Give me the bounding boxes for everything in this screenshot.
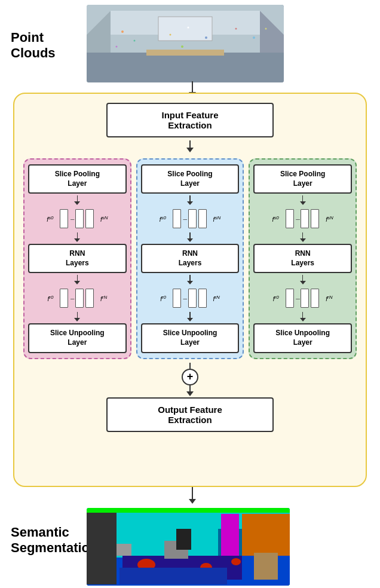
output-feature-label: Output FeatureExtraction — [158, 405, 222, 425]
label-fs0-pink: fs0 — [47, 215, 53, 223]
fv-block-3-pink — [85, 209, 94, 228]
svg-point-8 — [134, 40, 136, 42]
unpool-box-blue: Slice UnpoolingLayer — [141, 323, 240, 353]
arrow-main-to-semantic — [189, 487, 196, 504]
fv-dash-blue: - - - — [183, 216, 186, 222]
fv-block-2-pink — [75, 209, 84, 228]
label-fr0-pink: fr0 — [47, 295, 53, 302]
feature-row-r-blue: fr0 - - - frN — [141, 289, 240, 308]
rnn-box-pink: RNNLayers — [28, 244, 127, 273]
semantic-image — [87, 508, 290, 586]
fvr-block-2-pink — [75, 289, 84, 308]
point-clouds-line2: Clouds — [11, 45, 56, 61]
label-frN-pink: frN — [100, 295, 107, 302]
semantic-line1: Semantic — [11, 525, 97, 540]
rnn-label-green: RNNLayers — [291, 249, 314, 267]
columns-container: Slice PoolingLayer fs0 - - - fsN — [23, 158, 357, 359]
plus-circle: + — [182, 369, 198, 385]
input-feature-label: Input FeatureExtraction — [161, 110, 218, 130]
label-frN-green: frN — [326, 295, 332, 302]
feature-row-s-pink: fs0 - - - fsN — [28, 209, 127, 228]
feature-row-s-blue: fs0 - - - fsN — [141, 209, 240, 228]
label-fr0-blue: fr0 — [160, 295, 166, 302]
slice-pooling-label-pink: Slice PoolingLayer — [55, 170, 100, 188]
fv-block-2-green — [301, 209, 309, 228]
svg-point-28 — [231, 558, 241, 565]
point-cloud-image — [87, 5, 284, 82]
svg-point-9 — [205, 36, 207, 39]
fv-dash-green: - - - — [296, 216, 299, 222]
rnn-label-pink: RNNLayers — [66, 249, 89, 267]
svg-rect-22 — [242, 514, 290, 556]
fvr-block-3-pink — [85, 289, 94, 308]
fvr-dash-blue: - - - — [183, 295, 186, 302]
unpool-label-green: Slice UnpoolingLayer — [275, 329, 330, 347]
fvr-block-3-blue — [198, 289, 207, 308]
output-feature-box: Output FeatureExtraction — [106, 397, 274, 432]
slice-pooling-label-green: Slice PoolingLayer — [280, 170, 325, 188]
svg-point-7 — [121, 30, 124, 33]
arrow-fvs-pink — [74, 232, 80, 242]
column-pink: Slice PoolingLayer fs0 - - - fsN — [23, 158, 131, 359]
fv-block-1-pink — [60, 209, 68, 228]
fvr-block-1-blue — [173, 289, 181, 308]
arrow-fvr-blue — [187, 312, 193, 321]
plus-section: + — [182, 363, 198, 396]
fvr-block-1-green — [286, 289, 294, 308]
fvr-block-2-blue — [188, 289, 197, 308]
fv-block-3-green — [311, 209, 319, 228]
feature-row-r-green: fr0 - - - frN — [253, 289, 352, 308]
arrow-rnn-green — [300, 275, 306, 284]
label-frN-blue: frN — [213, 295, 220, 302]
unpool-box-green: Slice UnpoolingLayer — [253, 323, 352, 353]
svg-rect-30 — [117, 544, 131, 556]
label-fsN-green: fsN — [326, 215, 333, 223]
unpool-label-blue: Slice UnpoolingLayer — [163, 329, 217, 347]
svg-point-12 — [170, 34, 171, 36]
semantic-line2: Segmentation — [11, 540, 97, 556]
arrow-slice-pink — [74, 195, 80, 205]
slice-pooling-label-blue: Slice PoolingLayer — [167, 170, 212, 188]
point-clouds-line1: Point — [11, 30, 56, 45]
slice-pooling-box-green: Slice PoolingLayer — [253, 164, 352, 194]
svg-marker-2 — [87, 53, 284, 82]
svg-rect-21 — [87, 513, 117, 584]
rnn-label-blue: RNNLayers — [179, 249, 202, 267]
fv-block-2-blue — [188, 209, 197, 228]
plus-symbol: + — [187, 370, 194, 383]
point-clouds-label: Point Clouds — [11, 30, 56, 62]
fvr-block-1-pink — [60, 289, 68, 308]
svg-rect-32 — [254, 553, 278, 580]
fv-block-1-blue — [173, 209, 181, 228]
svg-rect-6 — [146, 50, 224, 56]
fvr-dash-green: - - - — [296, 295, 299, 302]
semantic-label: Semantic Segmentation — [11, 525, 97, 556]
semantic-svg — [87, 508, 290, 586]
label-fr0-green: fr0 — [273, 295, 279, 302]
svg-point-15 — [188, 27, 189, 29]
label-fs0-green: fs0 — [272, 215, 279, 223]
svg-rect-33 — [119, 568, 227, 584]
arrow-input-to-cols — [186, 140, 194, 152]
svg-point-16 — [265, 28, 267, 30]
svg-rect-20 — [87, 508, 290, 513]
fv-block-1-green — [286, 209, 294, 228]
feature-row-s-green: fs0 - - - fsN — [253, 209, 352, 228]
rnn-box-blue: RNNLayers — [141, 244, 240, 273]
arrow-fvr-green — [300, 312, 306, 321]
svg-rect-5 — [158, 17, 212, 41]
arrow-slice-blue — [187, 195, 193, 205]
svg-point-14 — [253, 36, 255, 39]
label-fsN-pink: fsN — [100, 215, 108, 223]
slice-pooling-box-pink: Slice PoolingLayer — [28, 164, 127, 194]
slice-pooling-box-blue: Slice PoolingLayer — [141, 164, 240, 194]
fvr-block-2-green — [301, 289, 309, 308]
arrow-fvs-blue — [187, 232, 193, 242]
fv-dash-pink: - - - — [70, 216, 73, 222]
column-green: Slice PoolingLayer fs0 - - - fsN — [249, 158, 357, 359]
unpool-label-pink: Slice UnpoolingLayer — [50, 329, 105, 347]
svg-point-10 — [235, 28, 237, 30]
rnn-box-green: RNNLayers — [253, 244, 352, 273]
arrow-slice-green — [300, 195, 306, 205]
main-container: Input FeatureExtraction Slice PoolingLay… — [13, 93, 367, 487]
